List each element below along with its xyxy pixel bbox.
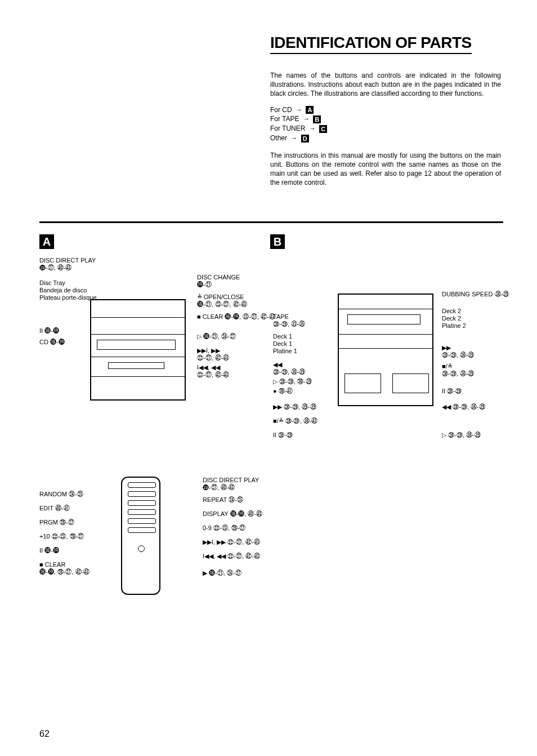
label-num: 0-9 ㉒-㉓, ㉖-㉗: [203, 524, 245, 532]
label-rw-b: ◀◀ ㉘-㉙, ㊳-㊴: [273, 361, 305, 376]
label-disc-change: DISC CHANGE ⓳-㉑: [197, 274, 240, 288]
label-stop-r: ■/≜ ㉘-㉙, ㊳-㊴: [442, 363, 474, 377]
label-ff2-b: ▶▶ ㉘-㉙, ㊴-㊴: [273, 403, 316, 411]
label-rec-b: ● ㊱-㊶: [273, 388, 293, 395]
label-rw-r: ◀◀ ㉘-㉙, ㊳-㊴: [442, 403, 485, 411]
label-prgm: PRGM ㉖-㉗: [39, 519, 74, 526]
label-repeat: REPEAT ㉔-㉕: [203, 496, 243, 504]
page-title: IDENTIFICATION OF PARTS: [270, 34, 472, 54]
section-a-letter: A: [39, 234, 54, 249]
label-display: DISPLAY ⓲-⓳, ㊵-㊸: [203, 510, 262, 518]
intro-paragraph-2: The instructions in this manual are most…: [270, 151, 501, 188]
label-plus10: +10 ㉒-㉓, ㉖-㉗: [39, 533, 84, 540]
legend: For CD → A For TAPE → B For TUNER → C Ot…: [270, 105, 501, 143]
label-open-close: ≜ OPEN/CLOSE ⓲-㉑, ㉓-㉗, ㊷-㊸: [197, 293, 247, 308]
label-ff-a: ▶▶I, ▶▶ ㉒-㉗, ㊷-㊸: [197, 347, 229, 362]
label-rw-remote: I◀◀, ◀◀ ㉒-㉗, ㊷-㊸: [203, 553, 260, 560]
label-play-remote: ▶ ⓲-㉑, ㉔-㉗: [203, 570, 241, 577]
label-pause-a: II ⓲-⓳: [39, 327, 59, 335]
legend-box-d: D: [301, 135, 309, 143]
device-b-illustration: [338, 293, 433, 406]
label-tape: TAPE ㉘-㉙, ㉝-㉟: [273, 313, 305, 328]
label-random: RANDOM ㉔-㉕: [39, 491, 83, 498]
section-divider: [39, 221, 503, 223]
label-ff-remote: ▶▶I, ▶▶ ㉒-㉗, ㊷-㊸: [203, 539, 260, 546]
intro-paragraph-1: The names of the buttons and controls ar…: [270, 71, 501, 99]
section-b-letter: B: [270, 234, 285, 249]
label-ff-r: ▶▶ ㉘-㉙, ㊳-㊴: [442, 344, 474, 359]
label-rw-a: I◀◀, ◀◀ ㉒-㉗, ㊷-㊸: [197, 364, 229, 379]
intro-text: The names of the buttons and controls ar…: [270, 71, 501, 188]
label-pause-remote: II ⓲-⓳: [39, 547, 59, 554]
label-dubbing: DUBBING SPEED ㊳-㊴: [442, 291, 509, 298]
remote-illustration: [121, 477, 160, 595]
label-play-a: ▷ ⓲-㉑, ㉔-㉗: [197, 333, 236, 340]
label-clear-remote: ■ CLEAR ⓲-⓳, ㉖-㉗, ㊷-㊸: [39, 561, 90, 576]
label-play-b: ▷ ㉘-㉙, ㊱-㊴: [273, 378, 312, 385]
label-disc-tray: Disc Tray Bandeja de disco Plateau porte…: [39, 279, 97, 302]
diagram-area: A B DISC DIRECT PLAY ⓴-㉗, ㊵-㊸ Disc Tray …: [39, 234, 501, 662]
label-ddp-remote: DISC DIRECT PLAY ⓴-㉗, ㊵-㊸: [203, 477, 259, 491]
label-pause2-b: II ㉘-㉙: [273, 432, 293, 439]
legend-box-b: B: [313, 115, 321, 123]
label-clear-a: ■ CLEAR ⓲-⓳, ㉓-㉗, ㊷-㊸: [197, 313, 275, 321]
label-edit: EDIT ㊵-㊶: [39, 505, 70, 512]
page-number: 62: [39, 729, 50, 739]
device-a-illustration: [90, 299, 186, 401]
label-play-r: ▷ ㉘-㉙, ㊳-㊴: [442, 432, 481, 439]
label-deck2: Deck 2 Deck 2 Platine 2: [442, 308, 466, 330]
label-disc-direct-play: DISC DIRECT PLAY ⓴-㉗, ㊵-㊸: [39, 257, 96, 272]
label-deck1: Deck 1 Deck 1 Platine 1: [273, 333, 297, 355]
legend-box-c: C: [319, 125, 327, 133]
legend-box-a: A: [306, 106, 314, 114]
label-pause-r: II ㉘-㉙: [442, 388, 462, 395]
label-stop-b: ■/≜ ㉘-㉙, ㊳-㊸: [273, 417, 317, 425]
label-cd: CD ⓲-⓳: [39, 339, 65, 346]
